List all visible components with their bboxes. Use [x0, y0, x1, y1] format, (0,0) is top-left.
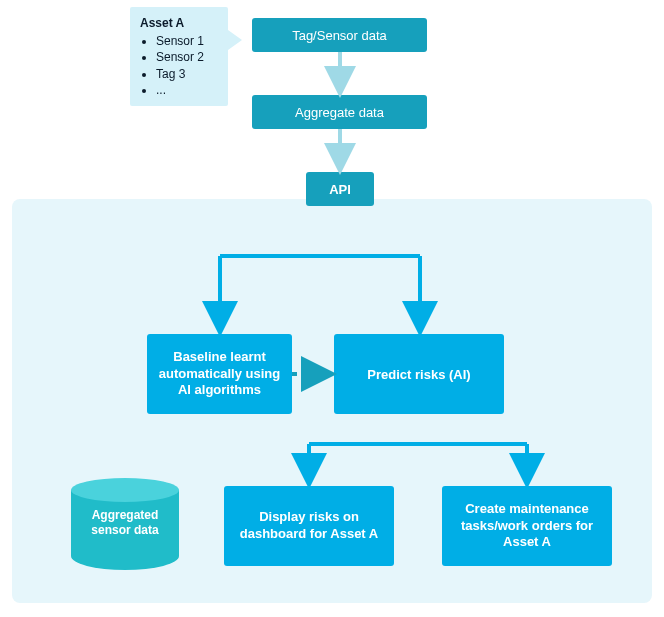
asset-legend-item: ... — [156, 82, 218, 98]
asset-legend-item: Sensor 1 — [156, 33, 218, 49]
node-display: Display risks on dashboard for Asset A — [224, 486, 394, 566]
node-tag-sensor: Tag/Sensor data — [252, 18, 427, 52]
asset-legend-item: Tag 3 — [156, 66, 218, 82]
cylinder-datastore: Aggregated sensor data — [71, 478, 179, 570]
node-baseline: Baseline learnt automatically using AI a… — [147, 334, 292, 414]
node-label: Predict risks (AI) — [367, 367, 470, 382]
node-aggregate: Aggregate data — [252, 95, 427, 129]
node-api: API — [306, 172, 374, 206]
node-label: Baseline learnt automatically using AI a… — [153, 349, 286, 400]
asset-legend-title: Asset A — [140, 15, 218, 31]
node-predict: Predict risks (AI) — [334, 334, 504, 414]
diagram-canvas: Asset A Sensor 1 Sensor 2 Tag 3 ... Tag/… — [0, 0, 664, 617]
node-label: Create maintenance tasks/work orders for… — [448, 501, 606, 552]
node-label: Aggregate data — [295, 105, 384, 120]
node-label: API — [329, 182, 351, 197]
cylinder-top — [71, 478, 179, 502]
cylinder-label: Aggregated sensor data — [71, 508, 179, 538]
asset-legend-pointer — [228, 30, 242, 50]
asset-legend-item: Sensor 2 — [156, 49, 218, 65]
node-label: Display risks on dashboard for Asset A — [230, 509, 388, 543]
asset-legend: Asset A Sensor 1 Sensor 2 Tag 3 ... — [130, 7, 228, 106]
node-create: Create maintenance tasks/work orders for… — [442, 486, 612, 566]
asset-legend-list: Sensor 1 Sensor 2 Tag 3 ... — [150, 33, 218, 98]
node-label: Tag/Sensor data — [292, 28, 387, 43]
